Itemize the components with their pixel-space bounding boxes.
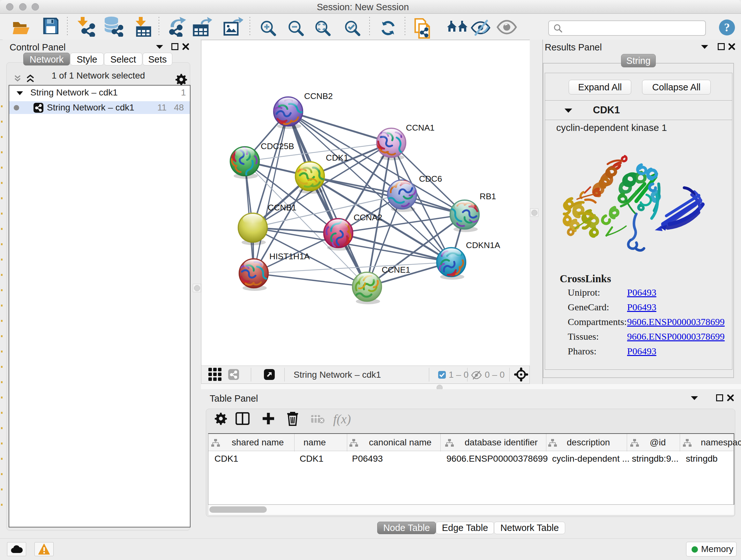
svg-text:CDC6: CDC6 bbox=[419, 174, 442, 184]
svg-text:CCNE1: CCNE1 bbox=[382, 265, 410, 274]
svg-text:RB1: RB1 bbox=[480, 192, 496, 201]
svg-text:CCNA1: CCNA1 bbox=[406, 123, 434, 132]
svg-text:HIST1H1A: HIST1H1A bbox=[269, 252, 310, 261]
svg-text:?: ? bbox=[724, 21, 730, 34]
svg-text:CCNB1: CCNB1 bbox=[268, 203, 296, 212]
svg-text:CCNA2: CCNA2 bbox=[354, 212, 382, 222]
svg-text:CCNB2: CCNB2 bbox=[304, 91, 333, 101]
svg-text:CDC25B: CDC25B bbox=[261, 141, 294, 151]
svg-text:CDKN1A: CDKN1A bbox=[466, 240, 500, 250]
svg-text:CDK1: CDK1 bbox=[326, 153, 348, 163]
